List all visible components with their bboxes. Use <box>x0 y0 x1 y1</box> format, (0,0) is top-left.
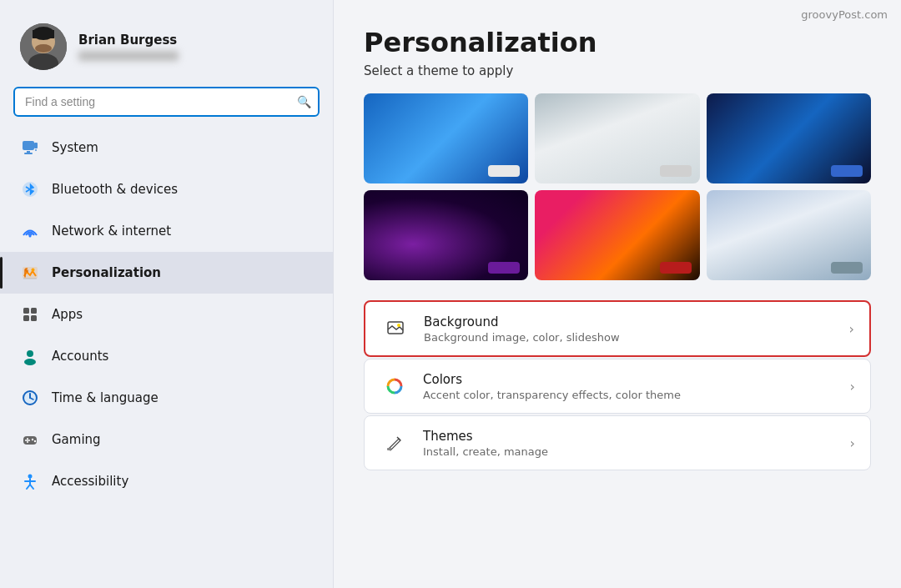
system-icon <box>20 138 40 158</box>
search-icon: 🔍 <box>297 95 311 108</box>
theme-taskbar-t1 <box>488 165 520 177</box>
settings-row-title-themes: Themes <box>423 429 837 444</box>
sidebar-item-label: System <box>52 140 98 155</box>
sidebar-item-label: Bluetooth & devices <box>52 182 178 197</box>
svg-rect-15 <box>23 308 29 314</box>
gaming-icon <box>20 430 40 450</box>
settings-list: Background Background image, color, slid… <box>364 300 871 470</box>
settings-row-title-background: Background <box>424 314 836 329</box>
sidebar-item-label: Gaming <box>52 432 101 447</box>
user-name: Brian Burgess <box>78 33 179 48</box>
network-icon <box>20 221 40 241</box>
theme-thumbnail-t4[interactable] <box>364 190 528 280</box>
accessibility-icon <box>20 471 40 491</box>
user-info: Brian Burgess <box>78 33 179 61</box>
chevron-right-icon-colors: › <box>850 379 855 395</box>
colors-icon <box>380 371 410 401</box>
user-section: Brian Burgess <box>0 17 333 87</box>
theme-taskbar-t4 <box>488 262 520 274</box>
user-account-blurred <box>78 51 179 61</box>
sidebar-item-system[interactable]: System <box>0 127 333 168</box>
theme-thumbnail-t6[interactable] <box>707 190 871 280</box>
time-icon <box>20 388 40 408</box>
svg-rect-4 <box>33 30 54 38</box>
watermark-text: groovyPost.com <box>801 8 888 21</box>
svg-point-28 <box>25 440 27 441</box>
svg-rect-7 <box>27 151 30 153</box>
search-input[interactable] <box>13 87 320 117</box>
theme-taskbar-t5 <box>660 262 692 274</box>
svg-point-5 <box>35 44 52 53</box>
svg-point-26 <box>27 438 28 440</box>
sidebar: Brian Burgess 🔍 System Bluetooth & devic… <box>0 0 334 588</box>
svg-line-36 <box>30 485 33 489</box>
sidebar-item-label: Apps <box>52 307 83 322</box>
svg-point-19 <box>27 350 33 357</box>
sidebar-item-bluetooth[interactable]: Bluetooth & devices <box>0 168 333 210</box>
svg-rect-16 <box>31 308 37 314</box>
settings-row-title-colors: Colors <box>423 372 837 387</box>
chevron-right-icon-background: › <box>849 321 854 337</box>
background-icon <box>380 314 410 344</box>
settings-row-text-background: Background Background image, color, slid… <box>424 314 836 344</box>
sidebar-item-apps[interactable]: Apps <box>0 294 333 335</box>
settings-row-sub-background: Background image, color, slideshow <box>424 331 836 344</box>
settings-row-text-themes: Themes Install, create, manage <box>423 429 837 458</box>
svg-point-29 <box>28 440 30 441</box>
avatar <box>20 23 67 70</box>
app-container: Brian Burgess 🔍 System Bluetooth & devic… <box>0 0 901 588</box>
theme-subtitle: Select a theme to apply <box>364 63 871 78</box>
settings-row-sub-themes: Install, create, manage <box>423 445 837 458</box>
svg-point-20 <box>24 359 36 365</box>
settings-row-themes[interactable]: Themes Install, create, manage › <box>364 415 871 470</box>
nav-list: System Bluetooth & devices Network & int… <box>0 127 333 588</box>
settings-row-colors[interactable]: Colors Accent color, transparency effect… <box>364 359 871 414</box>
svg-rect-17 <box>23 315 29 321</box>
settings-row-background[interactable]: Background Background image, color, slid… <box>364 300 871 357</box>
sidebar-item-label: Accessibility <box>52 474 128 489</box>
svg-point-14 <box>32 269 35 272</box>
sidebar-item-label: Network & internet <box>52 224 171 239</box>
theme-thumbnail-t2[interactable] <box>535 93 699 183</box>
settings-row-text-colors: Colors Accent color, transparency effect… <box>423 372 837 401</box>
svg-rect-18 <box>31 315 37 321</box>
personalization-icon <box>20 263 40 283</box>
svg-rect-9 <box>34 143 38 148</box>
theme-taskbar-t3 <box>831 165 863 177</box>
settings-row-sub-colors: Accent color, transparency effects, colo… <box>423 389 837 401</box>
svg-point-27 <box>27 441 28 443</box>
sidebar-item-accessibility[interactable]: Accessibility <box>0 460 333 502</box>
sidebar-item-time[interactable]: Time & language <box>0 377 333 419</box>
theme-taskbar-t6 <box>831 262 863 274</box>
svg-point-30 <box>32 439 33 440</box>
search-box[interactable]: 🔍 <box>13 87 320 117</box>
svg-point-12 <box>29 235 32 238</box>
apps-icon <box>20 304 40 324</box>
svg-rect-6 <box>23 141 34 150</box>
sidebar-item-label: Personalization <box>52 265 161 280</box>
svg-point-31 <box>34 440 36 442</box>
sidebar-item-accounts[interactable]: Accounts <box>0 335 333 377</box>
svg-rect-10 <box>35 149 37 151</box>
accounts-icon <box>20 346 40 366</box>
svg-point-32 <box>28 475 33 479</box>
theme-thumbnail-t5[interactable] <box>535 190 699 280</box>
sidebar-item-network[interactable]: Network & internet <box>0 210 333 252</box>
page-title: Personalization <box>364 27 871 58</box>
theme-grid <box>364 93 871 280</box>
bluetooth-icon <box>20 179 40 199</box>
chevron-right-icon-themes: › <box>850 435 855 451</box>
theme-thumbnail-t3[interactable] <box>707 93 871 183</box>
sidebar-item-label: Accounts <box>52 349 108 364</box>
theme-thumbnail-t1[interactable] <box>364 93 528 183</box>
sidebar-item-personalization[interactable]: Personalization <box>0 252 333 294</box>
sidebar-item-gaming[interactable]: Gaming <box>0 419 333 460</box>
svg-rect-40 <box>387 448 391 450</box>
theme-taskbar-t2 <box>660 165 692 177</box>
themes-icon <box>380 428 410 458</box>
main-content: Personalization Select a theme to apply … <box>334 0 901 588</box>
sidebar-item-label: Time & language <box>52 390 159 405</box>
svg-rect-8 <box>24 153 33 154</box>
svg-point-38 <box>397 324 400 327</box>
